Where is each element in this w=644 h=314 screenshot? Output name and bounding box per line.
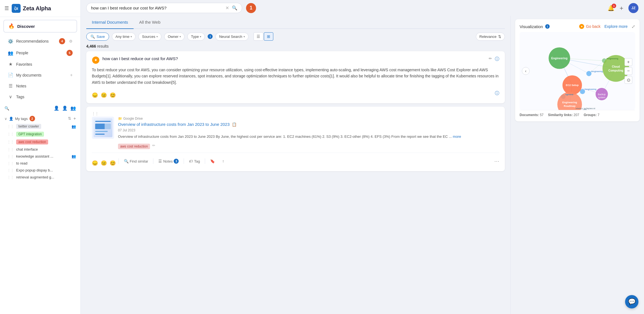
grid-view-button[interactable]: ⊞: [264, 32, 273, 41]
sidebar-item-notes[interactable]: ☰ Notes: [2, 81, 78, 91]
type-info-icon[interactable]: i: [208, 34, 213, 39]
type-filter[interactable]: Type ▾: [187, 33, 205, 41]
owner-filter[interactable]: Owner ▾: [164, 33, 185, 41]
sources-filter[interactable]: Sources ▾: [138, 33, 161, 41]
ai-answer-title: how can I best reduce our cost for AWS?: [102, 56, 484, 61]
search-icon[interactable]: 🔍: [232, 5, 237, 11]
reaction-positive[interactable]: 😊: [110, 92, 116, 98]
answer-info-icon[interactable]: ⓘ: [495, 90, 499, 96]
settings-icon[interactable]: ⚙: [69, 39, 73, 43]
main-content: ✕ 🔍 1 🔔 1 ＋ JZ Internal Documents All th…: [81, 0, 644, 314]
list-item[interactable]: ⋮⋮ chat interface: [0, 146, 80, 153]
viz-title: Visualization: [520, 24, 543, 29]
list-item[interactable]: ⋮⋮ kwowledge assistant ... 👥: [0, 153, 80, 160]
recommendations-badge: 4: [59, 38, 65, 44]
svg-text:Roadmap: Roadmap: [564, 105, 576, 107]
app-name: Zeta Alpha: [23, 5, 51, 12]
chat-fab-button[interactable]: 💬: [625, 295, 638, 308]
list-item[interactable]: ⋮⋮ GPT integration: [0, 130, 80, 138]
sidebar-search-icon[interactable]: 🔍: [4, 106, 9, 111]
add-document-icon[interactable]: +: [70, 73, 73, 78]
list-item[interactable]: ⋮⋮ twitter crawler 👥: [0, 122, 80, 130]
reaction-positive[interactable]: 😊: [110, 160, 116, 166]
search-box: ✕ 🔍: [86, 3, 242, 13]
sidebar-item-label: Tags: [16, 95, 24, 99]
zoom-out-button[interactable]: −: [625, 67, 632, 75]
reaction-neutral[interactable]: 😐: [101, 160, 107, 166]
person-lock-icon[interactable]: 👤: [62, 106, 68, 111]
find-similar-button[interactable]: 🔍 Find similar: [122, 158, 150, 165]
notes-button[interactable]: ☰ Notes 3: [156, 158, 181, 165]
neural-search-filter[interactable]: Neural Search ▾: [215, 33, 248, 41]
sidebar-item-people[interactable]: 👥 People 5: [2, 47, 78, 58]
hamburger-icon[interactable]: ☰: [4, 5, 9, 11]
reaction-negative[interactable]: 😞: [92, 160, 98, 166]
ai-answer-body: To best reduce your cost for AWS, you ca…: [92, 67, 499, 85]
save-button[interactable]: 🔍 Save: [86, 33, 109, 41]
sidebar-item-my-documents[interactable]: 📄 My documents +: [2, 70, 78, 80]
list-item[interactable]: ⋮⋮ Expo popup dispay b...: [0, 167, 80, 174]
user-avatar[interactable]: JZ: [628, 3, 638, 13]
discover-icon: 🔥: [8, 23, 14, 29]
list-item[interactable]: ⋮⋮ to read: [0, 160, 80, 167]
results-count: 4,466 results: [86, 43, 505, 51]
doc-tag-chip[interactable]: aws cost reduction: [118, 144, 150, 149]
svg-text:EC2 Setup: EC2 Setup: [566, 84, 579, 87]
save-label: Save: [97, 35, 105, 39]
go-back-button[interactable]: ✦ Go back: [579, 24, 601, 29]
chevron-down-icon: ▾: [131, 35, 132, 38]
list-item[interactable]: ⋮⋮ retrieval augmented g...: [0, 174, 80, 181]
add-tag-icon[interactable]: +: [73, 116, 76, 121]
any-time-filter[interactable]: Any time ▾: [112, 33, 136, 41]
svg-text:Computing: Computing: [608, 69, 623, 72]
person-add-icon[interactable]: 👤: [54, 106, 59, 111]
relevance-sort-button[interactable]: Relevance ⇅: [476, 33, 505, 41]
list-view-button[interactable]: ☰: [254, 32, 263, 41]
zoom-in-button[interactable]: +: [625, 58, 632, 66]
more-link[interactable]: more: [453, 134, 461, 139]
tag-icon: 🏷: [189, 159, 193, 163]
expand-icon[interactable]: ⤢: [631, 24, 635, 29]
reset-view-button[interactable]: ⊙: [625, 76, 632, 84]
people-badge: 5: [67, 50, 73, 56]
doc-type-icon: 📋: [232, 122, 237, 127]
explore-more-button[interactable]: Explore more: [604, 24, 628, 29]
search-input[interactable]: [91, 6, 223, 10]
drag-handle-icon: ⋮⋮: [7, 124, 14, 128]
more-options-button[interactable]: ⋯: [494, 158, 499, 164]
viz-info-icon[interactable]: i: [545, 24, 550, 29]
divider: [153, 158, 153, 164]
drag-handle-icon: ⋮⋮: [7, 154, 14, 158]
share-button[interactable]: ↑: [220, 158, 226, 165]
sidebar-item-recommendations[interactable]: ⚙️ Recommendations 4 ⚙: [2, 36, 78, 47]
add-button[interactable]: ＋: [618, 4, 625, 12]
sort-icon[interactable]: ⇅: [68, 116, 71, 121]
bookmark-icon: 🔖: [210, 159, 215, 163]
group-icon[interactable]: 👥: [70, 106, 76, 111]
clear-icon[interactable]: ✕: [225, 5, 229, 11]
info-icon[interactable]: ⓘ: [495, 56, 499, 62]
tab-all-the-web[interactable]: All the Web: [134, 16, 166, 29]
doc-thumbnail: [92, 117, 114, 139]
sidebar: ☰ ζα Zeta Alpha 🔥 Discover ⚙️ Recommenda…: [0, 0, 81, 314]
reaction-negative[interactable]: 😞: [92, 92, 98, 98]
sidebar-item-favorites[interactable]: ★ Favorites: [2, 59, 78, 69]
discover-button[interactable]: 🔥 Discover: [3, 20, 77, 33]
reaction-neutral[interactable]: 😐: [101, 92, 107, 98]
favorite-button[interactable]: 🔖: [208, 158, 217, 165]
tag-button[interactable]: 🏷 Tag: [187, 158, 202, 165]
collapse-panel-button[interactable]: ‹: [522, 67, 530, 75]
doc-title[interactable]: Overview of infrastructure costs from Ja…: [118, 122, 499, 127]
notifications-button[interactable]: 🔔 1: [608, 5, 614, 11]
tab-internal-documents[interactable]: Internal Documents: [86, 16, 134, 29]
sidebar-item-tags[interactable]: ∨ Tags: [2, 92, 78, 102]
edit-tag-icon[interactable]: ✏: [152, 143, 155, 148]
my-tags-badge: 2: [30, 116, 35, 121]
list-item[interactable]: ⋮⋮ aws cost reduction: [0, 138, 80, 146]
svg-text:#engineering: #engineering: [606, 57, 618, 60]
save-search-icon: 🔍: [90, 35, 95, 39]
tabs-bar: Internal Documents All the Web: [86, 16, 505, 29]
svg-text:#general: #general: [565, 93, 573, 96]
edit-icon[interactable]: ✏: [489, 56, 492, 61]
svg-text:#engineering: #engineering: [591, 70, 603, 73]
